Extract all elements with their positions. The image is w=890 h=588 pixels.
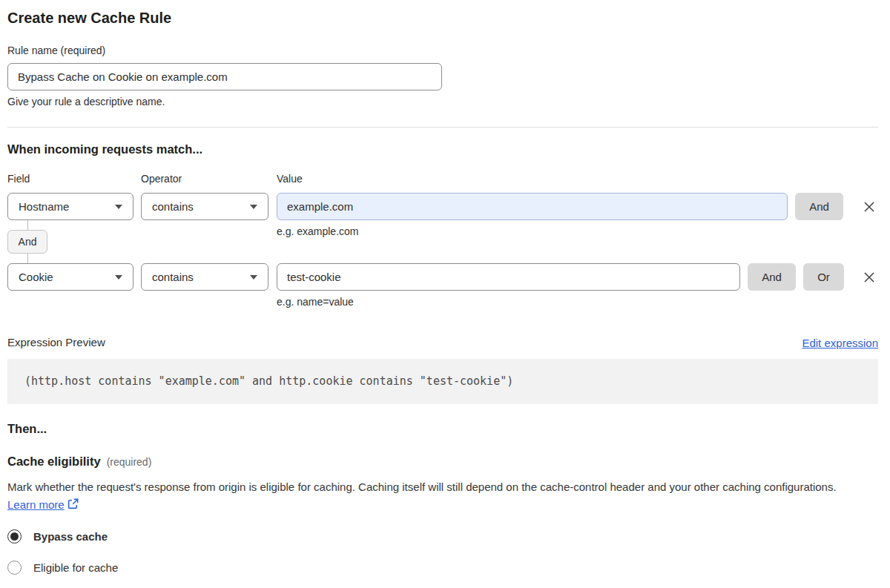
field-column-label: Field: [7, 173, 141, 185]
radio-eligible-for-cache[interactable]: [7, 561, 22, 575]
cache-eligibility-heading: Cache eligibility: [7, 455, 101, 469]
condition-row-2: Cookie contains And Or: [7, 263, 878, 291]
condition-row-1: Hostname contains And: [7, 193, 878, 220]
and-connector: And: [7, 220, 47, 263]
value-input-2[interactable]: [277, 263, 740, 291]
radio-bypass-cache-label: Bypass cache: [33, 530, 108, 543]
connector-line: [27, 220, 28, 230]
value-helper-1: e.g. example.com: [277, 225, 359, 237]
description-text: Mark whether the request's response from…: [7, 480, 837, 493]
expression-preview-code: (http.host contains "example.com" and ht…: [7, 359, 878, 404]
page-title: Create new Cache Rule: [7, 9, 878, 27]
add-and-condition-button-2[interactable]: And: [748, 263, 796, 291]
operator-column-label: Operator: [141, 173, 277, 185]
operator-select-2-value: contains: [152, 271, 194, 283]
learn-more-link[interactable]: Learn more: [7, 498, 65, 511]
value-input-1[interactable]: [277, 193, 788, 220]
section-divider: [7, 127, 878, 128]
close-icon: [862, 199, 877, 214]
radio-bypass-cache[interactable]: [7, 529, 22, 544]
field-select-1-value: Hostname: [19, 200, 69, 213]
field-select-1[interactable]: Hostname: [7, 193, 134, 220]
add-and-condition-button-1[interactable]: And: [795, 193, 843, 220]
option-eligible-for-cache: Eligible for cache: [7, 561, 878, 575]
value-helper-2: e.g. name=value: [277, 296, 878, 308]
then-heading: Then...: [7, 422, 878, 436]
add-or-condition-button-2[interactable]: Or: [803, 263, 844, 291]
cache-eligibility-description: Mark whether the request's response from…: [7, 478, 868, 514]
close-icon: [862, 270, 877, 285]
expression-preview-label: Expression Preview: [7, 336, 105, 349]
connector-and-badge[interactable]: And: [7, 230, 48, 254]
external-link-icon: [67, 498, 79, 510]
chevron-down-icon: [250, 205, 257, 209]
remove-condition-button-1[interactable]: [860, 198, 878, 216]
chevron-down-icon: [115, 205, 122, 209]
rule-name-label: Rule name (required): [7, 44, 878, 56]
expression-preview-header: Expression Preview Edit expression: [7, 336, 878, 349]
create-cache-rule-form: Create new Cache Rule Rule name (require…: [0, 0, 890, 575]
remove-condition-button-2[interactable]: [860, 268, 878, 286]
chevron-down-icon: [115, 275, 122, 280]
radio-eligible-for-cache-label: Eligible for cache: [33, 561, 118, 574]
rule-name-input[interactable]: [7, 63, 442, 90]
edit-expression-link[interactable]: Edit expression: [802, 337, 878, 349]
connector-line: [27, 254, 28, 263]
condition-column-labels: Field Operator Value: [7, 173, 878, 185]
chevron-down-icon: [250, 275, 257, 280]
match-heading: When incoming requests match...: [7, 142, 878, 156]
required-note: (required): [107, 456, 152, 468]
option-bypass-cache: Bypass cache: [7, 529, 878, 544]
cache-eligibility-header: Cache eligibility (required): [7, 455, 878, 469]
operator-select-1-value: contains: [152, 200, 194, 213]
operator-select-2[interactable]: contains: [141, 263, 268, 291]
field-select-2[interactable]: Cookie: [7, 263, 134, 291]
operator-select-1[interactable]: contains: [141, 193, 268, 220]
rule-name-helper: Give your rule a descriptive name.: [7, 96, 878, 108]
value-column-label: Value: [277, 173, 878, 185]
row-connector-area: And e.g. example.com: [7, 220, 878, 263]
field-select-2-value: Cookie: [19, 271, 53, 283]
